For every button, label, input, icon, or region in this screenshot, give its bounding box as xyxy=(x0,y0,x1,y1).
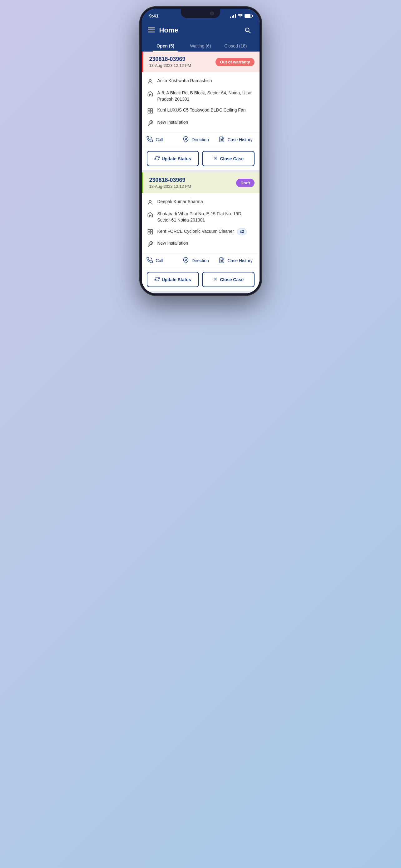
signal-icon xyxy=(230,14,236,18)
tab-open[interactable]: Open (5) xyxy=(148,40,183,52)
address-row-2: Shatabadi Vihar Plot No. E-15 Flat No. 1… xyxy=(147,208,255,226)
update-icon-1 xyxy=(155,156,160,161)
svg-point-15 xyxy=(149,200,151,203)
svg-rect-19 xyxy=(150,232,153,234)
hamburger-icon[interactable] xyxy=(148,27,155,34)
svg-rect-7 xyxy=(150,109,153,111)
close-icon-1 xyxy=(213,156,218,161)
svg-point-10 xyxy=(185,138,187,140)
call-button-1[interactable]: Call xyxy=(147,136,183,143)
service-row-2: New Installation xyxy=(147,238,255,250)
person-icon-1 xyxy=(147,78,154,85)
customer-row-1: Anita Kushwaha Ramashish xyxy=(147,75,255,88)
customer-name-2: Deepak Kumar Sharma xyxy=(157,199,203,205)
case-history-button-1[interactable]: Case History xyxy=(219,136,255,143)
product-row-2: Kent FORCE Cyclonic Vacuum Cleaner x2 xyxy=(147,226,255,238)
tab-closed[interactable]: Closed (18) xyxy=(218,40,253,52)
phone-frame: 9:41 xyxy=(139,6,262,296)
wifi-icon xyxy=(238,13,243,18)
svg-rect-16 xyxy=(148,230,150,232)
search-button[interactable] xyxy=(242,25,253,36)
case-card-1: 230818-03969 18-Aug-2023 12:12 PM Out of… xyxy=(142,52,260,170)
home-icon-1 xyxy=(147,90,154,97)
product-icon-2 xyxy=(147,228,154,235)
update-status-button-2[interactable]: Update Status xyxy=(147,272,199,287)
app-header: Home Open (5) Waiting (6) Cl xyxy=(142,20,260,52)
quantity-badge-2: x2 xyxy=(237,228,247,235)
card-border-2 xyxy=(142,173,143,193)
direction-icon-1 xyxy=(183,136,190,143)
card-buttons-2: Update Status Close Case xyxy=(142,268,260,291)
case-history-button-2[interactable]: Case History xyxy=(219,257,255,264)
case-details-1: Anita Kushwaha Ramashish A-6, A Block Rd… xyxy=(142,72,260,132)
case-date-2: 18-Aug-2023 12:12 PM xyxy=(149,184,191,189)
service-type-1: New Installation xyxy=(157,119,188,126)
svg-rect-17 xyxy=(150,230,153,232)
card-header-2: 230818-03969 18-Aug-2023 12:12 PM Draft xyxy=(142,173,260,193)
content-area: 230818-03969 18-Aug-2023 12:12 PM Out of… xyxy=(142,52,260,293)
card-buttons-1: Update Status Close Case xyxy=(142,147,260,170)
tab-waiting[interactable]: Waiting (6) xyxy=(183,40,218,52)
svg-line-4 xyxy=(248,31,250,33)
call-label-2: Call xyxy=(156,258,163,263)
header-title: Home xyxy=(159,26,178,34)
address-2: Shatabadi Vihar Plot No. E-15 Flat No. 1… xyxy=(157,211,255,223)
close-case-button-1[interactable]: Close Case xyxy=(202,151,255,166)
update-icon-2 xyxy=(155,277,160,282)
status-icons xyxy=(230,13,252,18)
status-badge-2: Draft xyxy=(236,179,254,187)
card-header-1: 230818-03969 18-Aug-2023 12:12 PM Out of… xyxy=(142,52,260,72)
update-status-button-1[interactable]: Update Status xyxy=(147,151,199,166)
svg-rect-6 xyxy=(148,109,150,111)
address-row-1: A-6, A Block Rd, B Block, Sector 64, Noi… xyxy=(147,88,255,105)
svg-point-5 xyxy=(149,80,151,82)
svg-rect-8 xyxy=(148,111,150,114)
svg-rect-18 xyxy=(148,232,150,234)
direction-button-1[interactable]: Direction xyxy=(183,136,219,143)
direction-label-1: Direction xyxy=(192,137,209,142)
person-icon-2 xyxy=(147,199,154,206)
svg-point-20 xyxy=(185,259,187,260)
service-row-1: New Installation xyxy=(147,117,255,129)
phone-screen: 9:41 xyxy=(142,9,260,293)
case-id-1: 230818-03969 xyxy=(149,56,191,62)
history-icon-1 xyxy=(219,136,226,143)
battery-icon xyxy=(244,14,252,18)
card-border-1 xyxy=(142,52,143,72)
action-links-1: Call Direction xyxy=(142,132,260,147)
customer-row-2: Deepak Kumar Sharma xyxy=(147,196,255,208)
svg-rect-1 xyxy=(148,29,155,30)
camera xyxy=(210,11,214,15)
status-badge-1: Out of warranty xyxy=(215,58,254,66)
header-left: Home xyxy=(148,26,178,34)
svg-point-3 xyxy=(245,28,249,32)
status-time: 9:41 xyxy=(149,13,159,19)
product-1: Kuhl LUXUS C5 Teakwood BLDC Ceiling Fan xyxy=(157,107,246,114)
service-type-2: New Installation xyxy=(157,240,188,247)
tabs-row: Open (5) Waiting (6) Closed (18) xyxy=(148,40,253,52)
svg-rect-9 xyxy=(150,111,153,114)
product-icon-1 xyxy=(147,107,154,114)
case-card-2: 230818-03969 18-Aug-2023 12:12 PM Draft xyxy=(142,173,260,291)
action-links-2: Call Direction xyxy=(142,253,260,268)
direction-button-2[interactable]: Direction xyxy=(183,257,219,264)
case-details-2: Deepak Kumar Sharma Shatabadi Vihar Plot… xyxy=(142,193,260,253)
call-label-1: Call xyxy=(156,137,163,142)
case-history-label-2: Case History xyxy=(228,258,253,263)
direction-icon-2 xyxy=(183,257,190,264)
call-button-2[interactable]: Call xyxy=(147,257,183,264)
home-icon-2 xyxy=(147,211,154,218)
customer-name-1: Anita Kushwaha Ramashish xyxy=(157,78,212,84)
svg-rect-2 xyxy=(148,32,155,32)
svg-rect-0 xyxy=(148,28,155,28)
history-icon-2 xyxy=(219,257,226,264)
close-icon-2 xyxy=(213,277,218,282)
case-history-label-1: Case History xyxy=(228,137,253,142)
case-id-2: 230818-03969 xyxy=(149,177,191,183)
call-icon-1 xyxy=(147,136,154,143)
header-row: Home xyxy=(148,25,253,40)
direction-label-2: Direction xyxy=(192,258,209,263)
close-case-button-2[interactable]: Close Case xyxy=(202,272,255,287)
product-row-1: Kuhl LUXUS C5 Teakwood BLDC Ceiling Fan xyxy=(147,105,255,117)
case-date-1: 18-Aug-2023 12:12 PM xyxy=(149,63,191,68)
